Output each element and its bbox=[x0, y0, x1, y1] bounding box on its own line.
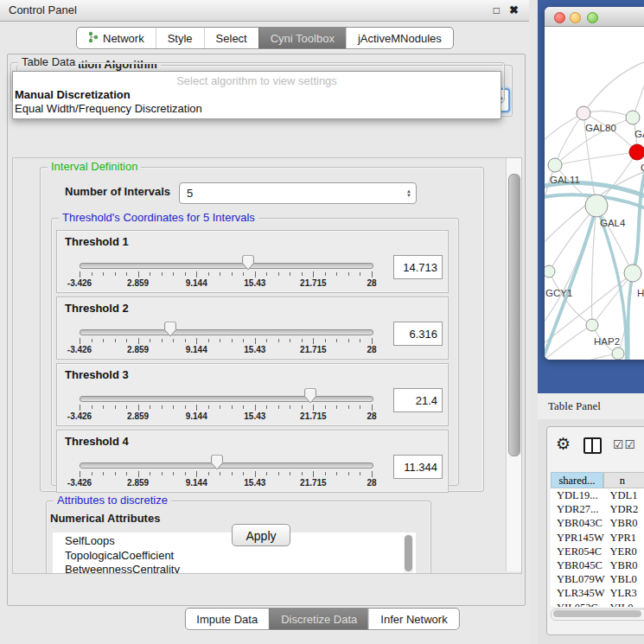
algorithm-option[interactable]: Manual Discretization bbox=[13, 88, 501, 102]
panel-splitter[interactable] bbox=[529, 0, 538, 644]
network-edge[interactable] bbox=[549, 271, 592, 325]
threshold-slider-track[interactable] bbox=[80, 263, 373, 269]
network-node-H-partial[interactable] bbox=[624, 265, 641, 282]
slider-tick bbox=[302, 339, 303, 342]
table-row[interactable]: YDL19...YDL1 bbox=[551, 488, 644, 502]
network-node-GA-partial[interactable] bbox=[626, 111, 640, 124]
float-window-icon[interactable]: □ bbox=[494, 4, 500, 16]
network-edge[interactable] bbox=[555, 152, 637, 165]
mode-tab-impute-data[interactable]: Impute Data bbox=[185, 609, 269, 629]
minimize-window-icon[interactable] bbox=[570, 12, 581, 23]
network-node-GCY1[interactable] bbox=[545, 265, 555, 277]
apply-button[interactable]: Apply bbox=[232, 524, 290, 546]
threshold-slider-handle[interactable] bbox=[163, 322, 177, 337]
split-columns-icon[interactable] bbox=[583, 437, 602, 454]
slider-tick bbox=[196, 271, 197, 277]
attribute-item[interactable]: TopologicalCoefficient bbox=[53, 549, 416, 564]
table-column-header[interactable]: shared... bbox=[551, 472, 603, 488]
threshold-slider-handle[interactable] bbox=[241, 255, 255, 271]
attributes-scrollbar-thumb[interactable] bbox=[405, 535, 412, 571]
threshold-panel: Threshold 1-3.4262.8599.14415.4321.71528 bbox=[56, 230, 449, 293]
mode-tab-discretize-data[interactable]: Discretize Data bbox=[269, 609, 368, 629]
table-cell[interactable]: YBR0 bbox=[605, 558, 644, 572]
network-edge[interactable] bbox=[545, 165, 555, 219]
control-panel-window: Control Panel □ ✖ NetworkStyleSelectCyni… bbox=[0, 0, 530, 644]
table-cell[interactable]: YBR045C bbox=[551, 558, 605, 572]
settings-gear-icon[interactable]: ⚙ bbox=[556, 434, 571, 454]
table-row[interactable]: YBR043CYBR0 bbox=[551, 516, 644, 530]
close-window-icon[interactable] bbox=[554, 12, 565, 23]
attribute-item[interactable]: BetweennessCentrality bbox=[53, 563, 416, 574]
tab-style[interactable]: Style bbox=[156, 28, 204, 48]
table-cell[interactable]: YDL19... bbox=[551, 488, 605, 502]
tab-cyni-toolbox[interactable]: Cyni Toolbox bbox=[258, 28, 346, 48]
table-column-header[interactable]: n bbox=[603, 472, 644, 488]
table-cell[interactable]: YBR0 bbox=[605, 516, 644, 530]
table-row[interactable]: YPR145WYPR1 bbox=[551, 531, 644, 545]
network-canvas[interactable]: GAL80GACGAL11GAL4GCY1HHAP2 bbox=[545, 27, 644, 360]
table-row[interactable]: YBR045CYBR0 bbox=[551, 558, 644, 572]
threshold-slider-handle[interactable] bbox=[303, 388, 317, 404]
table-row[interactable]: YDR27...YDR2 bbox=[551, 502, 644, 516]
threshold-value-field[interactable] bbox=[393, 455, 443, 479]
table-row[interactable]: YER054CYER0 bbox=[551, 545, 644, 558]
table-cell[interactable]: YDR2 bbox=[605, 502, 644, 516]
algorithm-option[interactable]: Equal Width/Frequency Discretization bbox=[13, 102, 501, 116]
table-cell[interactable]: YPR145W bbox=[551, 531, 605, 545]
network-edge[interactable] bbox=[592, 273, 633, 325]
table-cell[interactable]: YBR043C bbox=[551, 516, 605, 530]
network-node-GAL80[interactable] bbox=[577, 106, 590, 120]
network-node-bottom-partial[interactable] bbox=[612, 348, 624, 360]
table-cell[interactable]: YBL0 bbox=[605, 572, 644, 586]
table-hscrollbar[interactable] bbox=[551, 609, 644, 621]
tab-jactivemnodules[interactable]: jActiveMNodules bbox=[346, 28, 453, 48]
threshold-slider-track[interactable] bbox=[80, 462, 373, 469]
attributes-scrollbar[interactable] bbox=[404, 534, 413, 574]
network-edge-highlighted[interactable] bbox=[628, 273, 633, 360]
checkbox-icons[interactable]: ☑☑ bbox=[613, 437, 636, 452]
close-panel-icon[interactable]: ✖ bbox=[509, 3, 519, 16]
table-cell[interactable]: YLR345W bbox=[551, 586, 605, 600]
table-cell[interactable]: YBL079W bbox=[551, 572, 605, 586]
threshold-value-field[interactable] bbox=[393, 322, 443, 346]
slider-tick bbox=[232, 339, 233, 342]
network-edge[interactable] bbox=[545, 325, 592, 360]
table-row[interactable]: YBL079WYBL0 bbox=[551, 572, 644, 586]
table-row[interactable]: YIL052CYIL0 bbox=[551, 601, 644, 608]
table-cell[interactable]: YIL052C bbox=[551, 601, 605, 608]
threshold-value-field[interactable] bbox=[393, 388, 443, 412]
tab-network[interactable]: Network bbox=[77, 28, 156, 48]
table-row[interactable]: YLR345WYLR3 bbox=[551, 586, 644, 600]
network-edge-highlighted[interactable] bbox=[545, 206, 596, 360]
network-edge[interactable] bbox=[545, 113, 583, 143]
table-cell[interactable]: YER0 bbox=[605, 545, 644, 558]
network-node-red-node[interactable] bbox=[629, 144, 644, 160]
slider-tick-label: 15.43 bbox=[229, 278, 281, 288]
network-node-GAL11[interactable] bbox=[548, 158, 562, 172]
table-cell[interactable]: YER054C bbox=[551, 545, 605, 558]
table-cell[interactable]: YDL1 bbox=[605, 488, 644, 502]
zoom-window-icon[interactable] bbox=[587, 12, 598, 23]
threshold-slider-handle[interactable] bbox=[210, 455, 224, 470]
number-of-intervals-value: 5 bbox=[180, 187, 402, 200]
table-hscrollbar-thumb[interactable] bbox=[553, 610, 641, 617]
slider-tick bbox=[266, 339, 267, 342]
number-of-intervals-combobox[interactable]: 5 ▲▼ bbox=[179, 182, 417, 204]
table-cell[interactable]: YIL0 bbox=[605, 601, 644, 608]
threshold-slider-track[interactable] bbox=[80, 329, 373, 335]
threshold-slider-track[interactable] bbox=[80, 396, 373, 402]
network-edge[interactable] bbox=[545, 354, 618, 360]
threshold-value-field[interactable] bbox=[393, 255, 443, 279]
table-cell[interactable]: YPR1 bbox=[605, 531, 644, 545]
slider-tick bbox=[255, 271, 256, 277]
tab-select[interactable]: Select bbox=[204, 28, 258, 48]
table-cell[interactable]: YLR3 bbox=[605, 586, 644, 600]
settings-scrollbar[interactable] bbox=[506, 158, 521, 571]
table-cell[interactable]: YDR27... bbox=[551, 502, 605, 516]
settings-scrollbar-thumb[interactable] bbox=[508, 174, 520, 456]
network-node-HAP2[interactable] bbox=[586, 319, 598, 331]
network-edge[interactable] bbox=[633, 68, 644, 118]
network-edge[interactable] bbox=[583, 60, 644, 113]
mode-tab-infer-network[interactable]: Infer Network bbox=[368, 609, 458, 629]
network-node-GAL4[interactable] bbox=[585, 194, 608, 217]
